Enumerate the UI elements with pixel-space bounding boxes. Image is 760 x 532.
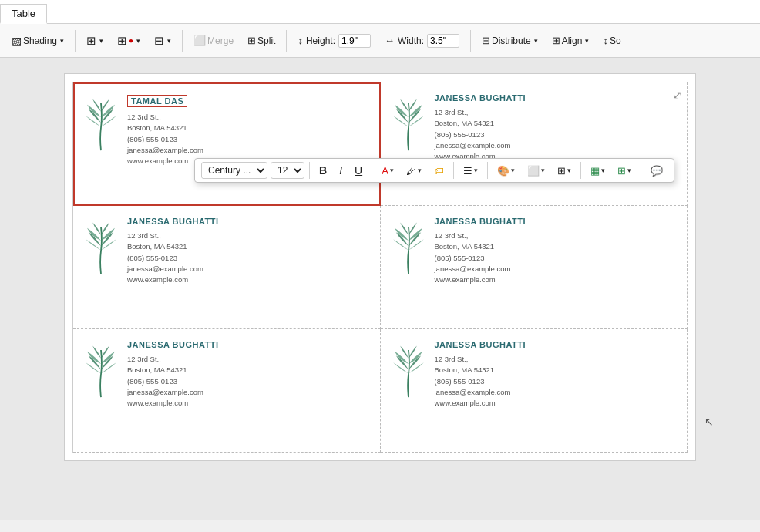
height-icon: ↕ [298, 35, 303, 46]
fmt-divider-5 [580, 162, 581, 179]
label-cell[interactable]: JANESSA BUGHATTI12 3rd St.,Boston, MA 54… [381, 206, 688, 329]
label-cell[interactable]: JANESSA BUGHATTI12 3rd St.,Boston, MA 54… [381, 329, 688, 453]
align-dropdown-arrow: ▾ [585, 37, 589, 45]
align-icon: ⊞ [552, 35, 560, 46]
distribute-label: Distribute [492, 35, 531, 46]
merge-icon: ⬜ [193, 35, 206, 46]
green-grid-dropdown-arrow: ▾ [601, 167, 605, 174]
comment-button[interactable]: 💬 [646, 163, 668, 179]
palm-icon [392, 96, 425, 155]
sort-label: So [610, 35, 621, 46]
font-color-icon: A [382, 165, 388, 177]
paint-bucket-button[interactable]: 🎨 ▾ [493, 163, 520, 179]
paint-dropdown-arrow: ▾ [511, 167, 515, 174]
table-format-button[interactable]: ⊞ ▾ [553, 163, 576, 179]
sort-icon: ↕ [603, 35, 608, 46]
label-content: Tamal Das12 3rd St.,Boston, MA 54321(805… [127, 93, 369, 167]
fmt-divider-2 [372, 162, 372, 179]
label-name: JANESSA BUGHATTI [127, 217, 369, 226]
shading-icon: ▨ [12, 35, 22, 47]
shading-button[interactable]: ▨ Shading ▾ [6, 32, 69, 50]
split-button[interactable]: ⊞ Split [242, 32, 281, 49]
width-control: ↔ Width: [379, 31, 465, 51]
divider-3 [286, 30, 287, 52]
list-dropdown-arrow: ▾ [474, 167, 478, 174]
fmt-divider-6 [641, 162, 641, 179]
shading-dropdown-arrow: ▾ [60, 37, 64, 45]
border-button[interactable]: ⬜ ▾ [523, 163, 550, 179]
shading-label: Shading [23, 35, 57, 46]
table-grid-button[interactable]: ⊞ ▾ [613, 163, 636, 179]
tag-icon: 🏷 [434, 165, 444, 177]
split-icon: ⊞ [247, 35, 256, 46]
comment-icon: 💬 [651, 165, 663, 177]
label-content: JANESSA BUGHATTI12 3rd St.,Boston, MA 54… [435, 217, 677, 285]
font-color-button[interactable]: A ▾ [377, 163, 398, 179]
label-address: 12 3rd St.,Boston, MA 54321(805) 555-012… [435, 231, 677, 285]
grid-button-3[interactable]: ⊟ ▾ [149, 31, 177, 51]
label-address: 12 3rd St.,Boston, MA 54321(805) 555-012… [127, 231, 369, 285]
font-name-select[interactable]: Century ... [201, 162, 267, 179]
divider-2 [182, 30, 183, 52]
label-cell[interactable]: JANESSA BUGHATTI12 3rd St.,Boston, MA 54… [381, 82, 688, 206]
width-input[interactable] [427, 34, 459, 48]
height-label: Height: [306, 35, 335, 46]
distribute-button[interactable]: ⊟ Distribute ▾ [476, 32, 543, 49]
table-grid-dropdown-arrow: ▾ [627, 167, 631, 174]
label-name: Tamal Das [127, 95, 187, 107]
resize-handle-icon[interactable]: ⤢ [673, 89, 682, 101]
width-icon: ↔ [385, 35, 395, 46]
palm-icon [392, 220, 425, 278]
label-address: 12 3rd St.,Boston, MA 54321(805) 555-012… [127, 354, 369, 409]
font-size-select[interactable]: 12 [271, 162, 304, 179]
paint-bucket-icon: 🎨 [497, 165, 509, 177]
height-input[interactable] [338, 34, 371, 48]
italic-button[interactable]: I [335, 162, 347, 179]
label-cell[interactable]: JANESSA BUGHATTI12 3rd St.,Boston, MA 54… [73, 206, 381, 329]
format-toolbar: Century ... 12 B I U A ▾ 🖊 ▾ 🏷 [194, 158, 674, 183]
green-grid-button[interactable]: ▦ ▾ [586, 163, 610, 179]
label-address: 12 3rd St.,Boston, MA 54321(805) 555-012… [435, 107, 677, 162]
palm-icon [84, 220, 118, 278]
sort-button[interactable]: ↕ So [597, 32, 626, 49]
tag-button[interactable]: 🏷 [429, 163, 449, 179]
grid1-dropdown-arrow: ▾ [99, 37, 103, 45]
split-label: Split [257, 35, 275, 46]
label-content: JANESSA BUGHATTI12 3rd St.,Boston, MA 54… [435, 93, 677, 162]
list-button[interactable]: ☰ ▾ [459, 163, 483, 179]
divider-4 [470, 30, 471, 52]
table-format-dropdown-arrow: ▾ [567, 167, 571, 174]
width-label: Width: [398, 35, 424, 46]
palm-icon [392, 343, 425, 402]
grid2-dropdown-arrow: ▾ [136, 37, 140, 45]
bold-button[interactable]: B [314, 162, 331, 179]
tab-table[interactable]: Table [0, 4, 47, 24]
highlight-button[interactable]: 🖊 ▾ [402, 163, 426, 179]
grid-icon-2: ⊞ [117, 34, 127, 48]
label-cell[interactable]: Tamal Das12 3rd St.,Boston, MA 54321(805… [73, 82, 381, 206]
divider-1 [75, 30, 76, 52]
fmt-divider-4 [487, 162, 488, 179]
merge-label: Merge [207, 35, 234, 46]
grid3-dropdown-arrow: ▾ [167, 37, 171, 45]
align-button[interactable]: ⊞ Align ▾ [546, 32, 595, 49]
label-content: JANESSA BUGHATTI12 3rd St.,Boston, MA 54… [127, 217, 369, 285]
grid-button-1[interactable]: ⊞ ▾ [81, 31, 109, 51]
underline-button[interactable]: U [350, 162, 367, 179]
label-content: JANESSA BUGHATTI12 3rd St.,Boston, MA 54… [127, 340, 369, 409]
table-format-icon: ⊞ [557, 165, 566, 177]
grid-button-2[interactable]: ⊞ ● ▾ [112, 31, 146, 51]
canvas-area: Century ... 12 B I U A ▾ 🖊 ▾ 🏷 [0, 58, 760, 520]
height-control: ↕ Height: [292, 31, 376, 51]
border-icon: ⬜ [527, 165, 540, 177]
label-address: 12 3rd St.,Boston, MA 54321(805) 555-012… [435, 354, 677, 409]
fmt-divider-3 [453, 162, 454, 179]
list-icon: ☰ [463, 165, 472, 177]
merge-button[interactable]: ⬜ Merge [188, 32, 239, 49]
label-cell[interactable]: JANESSA BUGHATTI12 3rd St.,Boston, MA 54… [73, 329, 381, 453]
highlight-dropdown-arrow: ▾ [418, 167, 422, 174]
label-content: JANESSA BUGHATTI12 3rd St.,Boston, MA 54… [435, 340, 677, 409]
align-label: Align [562, 35, 583, 46]
green-grid-icon: ▦ [590, 165, 600, 177]
label-name: JANESSA BUGHATTI [435, 93, 677, 103]
